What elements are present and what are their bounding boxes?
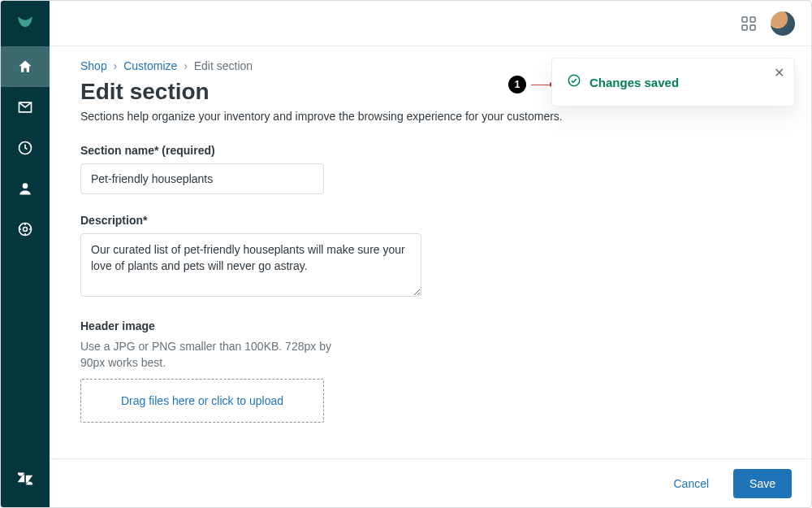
svg-point-3 <box>24 228 28 232</box>
annotation-callout: 1 <box>508 76 554 93</box>
save-button[interactable]: Save <box>733 469 792 498</box>
toast-message: Changes saved <box>590 76 679 89</box>
check-circle-icon <box>567 73 581 91</box>
breadcrumb-current: Edit section <box>194 59 253 72</box>
section-name-input[interactable] <box>80 163 324 194</box>
page-subtitle: Sections help organize your inventory an… <box>80 110 780 123</box>
svg-rect-5 <box>750 17 755 22</box>
close-icon[interactable]: ✕ <box>774 67 784 80</box>
upload-dropzone[interactable]: Drag files here or click to upload <box>80 379 324 423</box>
breadcrumb-customize[interactable]: Customize <box>123 59 177 72</box>
apps-icon[interactable] <box>741 16 756 31</box>
footer: Cancel Save <box>50 458 811 507</box>
breadcrumb-shop[interactable]: Shop <box>80 59 107 72</box>
chevron-right-icon: › <box>110 59 121 72</box>
svg-rect-6 <box>742 25 747 30</box>
sidebar-item-clock[interactable] <box>1 128 50 168</box>
svg-rect-7 <box>750 25 755 30</box>
header-image-label: Header image <box>80 319 780 332</box>
sidebar-item-mail[interactable] <box>1 87 50 128</box>
annotation-number: 1 <box>508 76 526 93</box>
svg-point-1 <box>23 183 28 189</box>
main-content: Shop › Customize › Edit section Edit sec… <box>50 46 811 458</box>
svg-rect-4 <box>742 17 747 22</box>
sidebar-item-home[interactable] <box>1 46 50 87</box>
description-textarea[interactable] <box>80 233 421 297</box>
chevron-right-icon: › <box>180 59 191 72</box>
section-name-label: Section name* (required) <box>80 144 780 157</box>
header-image-helper: Use a JPG or PNG smaller than 100KB. 728… <box>80 339 332 371</box>
sidebar <box>1 1 50 507</box>
svg-point-8 <box>568 75 580 86</box>
sidebar-item-zendesk[interactable] <box>1 458 50 499</box>
description-label: Description* <box>80 214 780 227</box>
topbar <box>50 1 811 46</box>
annotation-arrow-icon <box>531 85 554 85</box>
brand-logo <box>1 1 50 46</box>
cancel-button[interactable]: Cancel <box>665 471 717 497</box>
avatar[interactable] <box>771 11 795 36</box>
sidebar-item-help[interactable] <box>1 209 50 250</box>
toast-success: Changes saved ✕ <box>551 58 795 106</box>
sidebar-item-user[interactable] <box>1 168 50 209</box>
